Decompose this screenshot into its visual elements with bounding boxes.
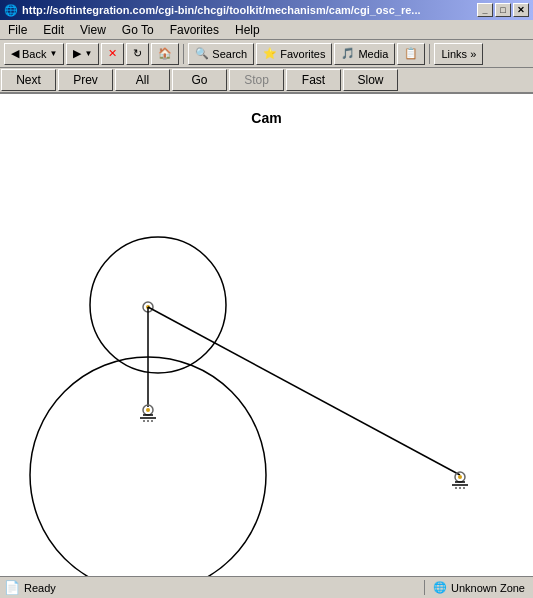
content-area: Cam <box>0 94 533 576</box>
zone-icon: 🌐 <box>433 581 447 594</box>
cam-diagram <box>0 94 533 576</box>
status-right: 🌐 Unknown Zone <box>425 581 533 594</box>
all-button[interactable]: All <box>115 69 170 91</box>
back-icon: ◀ <box>11 47 19 60</box>
status-bar: 📄 Ready 🌐 Unknown Zone <box>0 576 533 598</box>
title-bar-text: 🌐 http://softintegration.com/cgi-bin/chc… <box>4 4 421 17</box>
stop-anim-button[interactable]: Stop <box>229 69 284 91</box>
home-button[interactable]: 🏠 <box>151 43 179 65</box>
fast-button[interactable]: Fast <box>286 69 341 91</box>
svg-point-12 <box>146 408 150 412</box>
forward-button[interactable]: ▶ ▼ <box>66 43 99 65</box>
menu-favorites[interactable]: Favorites <box>166 21 223 39</box>
search-icon: 🔍 <box>195 47 209 60</box>
status-icon: 📄 <box>4 580 20 595</box>
window-title: http://softintegration.com/cgi-bin/chcgi… <box>22 4 421 16</box>
title-icon: 🌐 <box>4 4 18 17</box>
history-button[interactable]: 📋 <box>397 43 425 65</box>
media-button[interactable]: 🎵 Media <box>334 43 395 65</box>
close-button[interactable]: ✕ <box>513 3 529 17</box>
nav-bar: Next Prev All Go Stop Fast Slow <box>0 68 533 94</box>
status-left: 📄 Ready <box>0 580 425 595</box>
home-icon: 🏠 <box>158 47 172 60</box>
links-button[interactable]: Links » <box>434 43 483 65</box>
toolbar-separator-1 <box>183 44 184 64</box>
title-bar-buttons: _ □ ✕ <box>477 3 529 17</box>
stop-icon: ✕ <box>108 47 117 60</box>
menu-bar: File Edit View Go To Favorites Help <box>0 20 533 40</box>
svg-point-6 <box>458 475 462 479</box>
status-text: Ready <box>24 582 56 594</box>
history-icon: 📋 <box>404 47 418 60</box>
go-button[interactable]: Go <box>172 69 227 91</box>
forward-icon: ▶ <box>73 47 81 60</box>
svg-line-4 <box>148 307 460 475</box>
toolbar-separator-2 <box>429 44 430 64</box>
menu-file[interactable]: File <box>4 21 31 39</box>
zone-text: Unknown Zone <box>451 582 525 594</box>
media-icon: 🎵 <box>341 47 355 60</box>
slow-button[interactable]: Slow <box>343 69 398 91</box>
forward-dropdown-icon: ▼ <box>84 49 92 58</box>
next-button[interactable]: Next <box>1 69 56 91</box>
back-button[interactable]: ◀ Back ▼ <box>4 43 64 65</box>
back-dropdown-icon: ▼ <box>49 49 57 58</box>
menu-edit[interactable]: Edit <box>39 21 68 39</box>
favorites-button[interactable]: ⭐ Favorites <box>256 43 332 65</box>
menu-help[interactable]: Help <box>231 21 264 39</box>
prev-button[interactable]: Prev <box>58 69 113 91</box>
toolbar: ◀ Back ▼ ▶ ▼ ✕ ↻ 🏠 🔍 Search ⭐ Favorites … <box>0 40 533 68</box>
minimize-button[interactable]: _ <box>477 3 493 17</box>
menu-goto[interactable]: Go To <box>118 21 158 39</box>
title-bar: 🌐 http://softintegration.com/cgi-bin/chc… <box>0 0 533 20</box>
refresh-button[interactable]: ↻ <box>126 43 149 65</box>
search-button[interactable]: 🔍 Search <box>188 43 254 65</box>
maximize-button[interactable]: □ <box>495 3 511 17</box>
svg-point-0 <box>90 237 226 373</box>
menu-view[interactable]: View <box>76 21 110 39</box>
favorites-icon: ⭐ <box>263 47 277 60</box>
refresh-icon: ↻ <box>133 47 142 60</box>
stop-button[interactable]: ✕ <box>101 43 124 65</box>
